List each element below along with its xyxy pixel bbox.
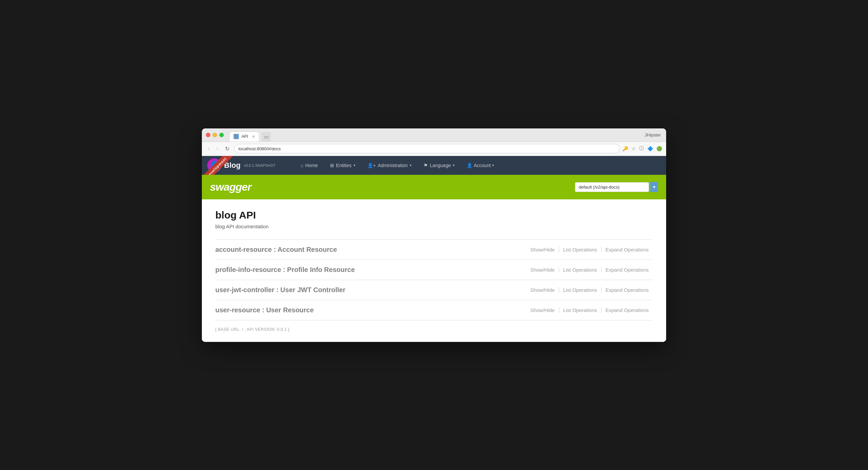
api-docs-explore-button[interactable]: ▾: [650, 182, 658, 192]
base-url-text: [ BASE URL: / , API VERSION: 0.0.1 ]: [215, 327, 289, 332]
maximize-window-button[interactable]: [219, 133, 224, 137]
tab-bar: 🌐 API ✕ ▭: [229, 128, 271, 141]
swagger-header: swagger default (/v2/api-docs) ▾: [202, 175, 666, 199]
jhipster-label: JHipster: [645, 132, 661, 137]
profile-icon[interactable]: 🟢: [656, 146, 662, 151]
flag-icon: ⚑: [424, 163, 428, 168]
nav-administration[interactable]: 👤+ Administration ▾: [363, 160, 416, 171]
browser-window: 🌐 API ✕ ▭ JHipster ‹ › ↻ localhost:8080/…: [202, 128, 666, 342]
resource-name-profile-info: profile-info-resource : Profile Info Res…: [215, 266, 355, 274]
grid-icon: ⊞: [330, 163, 334, 168]
info-icon[interactable]: ⓘ: [639, 145, 644, 152]
nav-language-label: Language: [430, 163, 451, 168]
reload-button[interactable]: ↻: [223, 144, 231, 153]
show-hide-user-resource[interactable]: Show/Hide: [526, 307, 559, 313]
list-ops-profile-info[interactable]: List Operations: [559, 267, 601, 273]
administration-chevron-icon: ▾: [410, 163, 411, 167]
resource-actions-user-resource: Show/Hide List Operations Expand Operati…: [526, 307, 653, 313]
browser-titlebar: 🌐 API ✕ ▭ JHipster: [202, 128, 666, 142]
nav-administration-label: Administration: [378, 163, 408, 168]
swagger-body: blog API blog API documentation account-…: [202, 199, 666, 342]
nav-entities-label: Entities: [336, 163, 351, 168]
toolbar-icons: 🔑 ☆ ⓘ 🔷 🟢: [622, 145, 662, 152]
api-title: blog API: [215, 209, 653, 221]
url-text: localhost:8080/#/docs: [239, 146, 281, 151]
browser-toolbar: ‹ › ↻ localhost:8080/#/docs 🔑 ☆ ⓘ 🔷 🟢: [202, 142, 666, 156]
expand-ops-user-jwt[interactable]: Expand Operations: [601, 287, 653, 293]
list-ops-user-resource[interactable]: List Operations: [559, 307, 601, 313]
forward-button[interactable]: ›: [214, 144, 220, 153]
extensions-icon[interactable]: 🔷: [647, 146, 653, 151]
address-bar[interactable]: localhost:8080/#/docs: [234, 144, 620, 153]
account-chevron-icon: ▾: [492, 163, 494, 167]
home-icon: ⌂: [301, 163, 303, 168]
ribbon-text: Development: [202, 156, 236, 175]
key-icon: 🔑: [622, 146, 628, 151]
language-chevron-icon: ▾: [453, 163, 455, 167]
resource-row-account: account-resource : Account Resource Show…: [215, 239, 653, 260]
person-icon: 👤: [467, 163, 472, 168]
show-hide-profile-info[interactable]: Show/Hide: [526, 267, 559, 273]
nav-home[interactable]: ⌂ Home: [296, 160, 323, 171]
nav-home-label: Home: [306, 163, 318, 168]
resource-actions-account: Show/Hide List Operations Expand Operati…: [526, 247, 653, 253]
resource-row-user-resource: user-resource : User Resource Show/Hide …: [215, 300, 653, 321]
expand-ops-user-resource[interactable]: Expand Operations: [601, 307, 653, 313]
nav-account-label: Account: [474, 163, 491, 168]
explore-icon: ▾: [653, 184, 655, 190]
show-hide-account[interactable]: Show/Hide: [526, 247, 559, 253]
list-ops-user-jwt[interactable]: List Operations: [559, 287, 601, 293]
app-navbar: Development 👤 Blog v0.0.1-SNAPSHOT ⌂ Hom…: [202, 156, 666, 175]
api-description: blog API documentation: [215, 224, 653, 229]
navbar-menu: ⌂ Home ⊞ Entities ▾ 👤+ Administration ▾ …: [296, 160, 661, 171]
app-content: Development 👤 Blog v0.0.1-SNAPSHOT ⌂ Hom…: [202, 156, 666, 342]
resource-actions-user-jwt: Show/Hide List Operations Expand Operati…: [526, 287, 653, 293]
nav-account[interactable]: 👤 Account ▾: [462, 160, 499, 171]
brand-version: v0.0.1-SNAPSHOT: [244, 163, 276, 167]
star-icon[interactable]: ☆: [631, 146, 636, 151]
list-ops-account[interactable]: List Operations: [559, 247, 601, 253]
new-tab-button[interactable]: ▭: [261, 132, 271, 141]
browser-tab-api[interactable]: 🌐 API ✕: [229, 131, 259, 141]
tab-label: API: [242, 134, 248, 139]
swagger-title: swagger: [210, 181, 251, 193]
resource-name-user-resource: user-resource : User Resource: [215, 306, 314, 314]
api-docs-select[interactable]: default (/v2/api-docs): [575, 182, 649, 192]
entities-chevron-icon: ▾: [353, 163, 355, 167]
api-footer: [ BASE URL: / , API VERSION: 0.0.1 ]: [215, 327, 653, 332]
nav-entities[interactable]: ⊞ Entities ▾: [326, 160, 360, 171]
resource-row-user-jwt: user-jwt-controller : User JWT Controlle…: [215, 280, 653, 300]
dev-ribbon: Development: [202, 156, 241, 175]
nav-language[interactable]: ⚑ Language ▾: [419, 160, 459, 171]
expand-ops-profile-info[interactable]: Expand Operations: [601, 267, 653, 273]
api-resources: account-resource : Account Resource Show…: [215, 239, 653, 321]
resource-actions-profile-info: Show/Hide List Operations Expand Operati…: [526, 267, 653, 273]
admin-icon: 👤+: [367, 163, 376, 168]
tab-favicon: 🌐: [234, 134, 239, 139]
show-hide-user-jwt[interactable]: Show/Hide: [526, 287, 559, 293]
resource-name-account: account-resource : Account Resource: [215, 246, 337, 254]
resource-row-profile-info: profile-info-resource : Profile Info Res…: [215, 260, 653, 280]
back-button[interactable]: ‹: [206, 144, 212, 153]
swagger-select-wrapper: default (/v2/api-docs) ▾: [575, 182, 658, 192]
resource-name-user-jwt: user-jwt-controller : User JWT Controlle…: [215, 286, 345, 294]
window-controls: [206, 133, 224, 137]
tab-close-button[interactable]: ✕: [252, 134, 255, 139]
minimize-window-button[interactable]: [213, 133, 217, 137]
close-window-button[interactable]: [206, 133, 210, 137]
expand-ops-account[interactable]: Expand Operations: [601, 247, 653, 253]
